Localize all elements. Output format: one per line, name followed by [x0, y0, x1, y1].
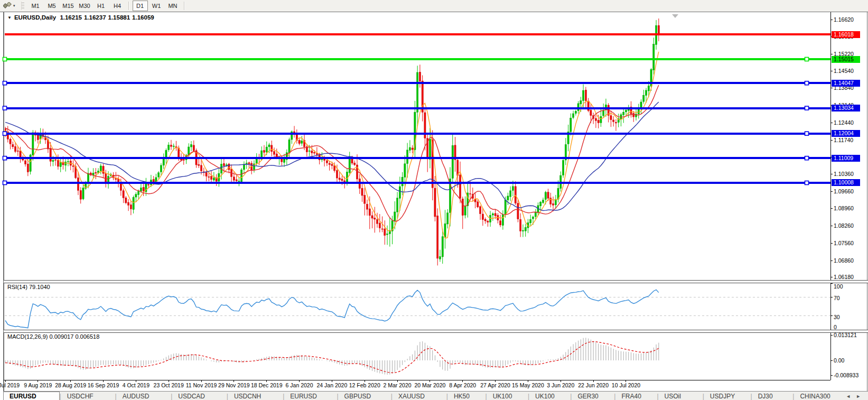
ohlc-high: 1.16237 — [84, 14, 106, 21]
price-level-badge[interactable]: 1.16018 — [832, 31, 860, 38]
date-axis-tick: 11 Nov 2019 — [186, 382, 217, 388]
macd-axis-tick: 0.00 — [834, 357, 844, 364]
ohlc-open: 1.16215 — [60, 14, 82, 21]
chart-tab-eurusd-daily[interactable]: EURUSD Daily — [3, 392, 60, 400]
level-handle[interactable] — [805, 58, 809, 61]
chart-tab-uk100-h1[interactable]: UK100 H1 — [529, 392, 570, 400]
chart-tab-usdcad-daily[interactable]: USDCAD Daily — [172, 392, 227, 400]
date-axis-tick: 24 Jan 2020 — [316, 382, 347, 388]
chart-tab-xauusd-daily[interactable]: XAUUSD Daily — [393, 392, 446, 400]
price-level-badge[interactable]: 1.11009 — [832, 155, 860, 162]
price-level-badge[interactable]: 1.10008 — [832, 179, 860, 186]
date-axis-tick: 3 Jun 2020 — [547, 382, 574, 388]
chart-tab-china300-h4[interactable]: CHINA300 H4 — [794, 392, 846, 400]
chart-tab-hk50-h1[interactable]: HK50 H1 — [448, 392, 486, 400]
date-axis-tick: 16 Sep 2019 — [88, 382, 119, 388]
price-axis-tick: 1.08260 — [834, 222, 854, 229]
date-axis-tick: 27 Apr 2020 — [480, 382, 510, 388]
chart-tab-ger30-h1[interactable]: GER30 H1 — [572, 392, 614, 400]
date-axis-tick: 28 Aug 2019 — [55, 382, 86, 388]
date-axis-tick: 20 Mar 2020 — [414, 382, 445, 388]
price-axis-tick: 1.14540 — [834, 68, 854, 74]
level-handle[interactable] — [805, 81, 809, 85]
date-axis-tick: 6 Jan 2020 — [286, 382, 313, 388]
chart-dropdown-icon[interactable]: ▼ — [7, 15, 12, 20]
price-axis-tick: 1.08960 — [834, 205, 854, 211]
price-level-badge[interactable]: 1.15015 — [832, 56, 860, 63]
level-handle[interactable] — [3, 81, 7, 85]
candles-series — [4, 18, 659, 265]
macd-axis-tick: 0.013121 — [834, 332, 857, 338]
price-axis-tick: 1.12440 — [834, 119, 854, 126]
level-handle[interactable] — [3, 156, 7, 160]
symbol-period-label: EURUSD,Daily — [14, 14, 56, 21]
chart-tab-usoil-daily[interactable]: USOil Daily — [659, 392, 703, 400]
price-axis-tick: 1.06180 — [834, 274, 854, 280]
level-handle[interactable] — [3, 181, 7, 184]
level-handle[interactable] — [805, 106, 809, 110]
date-axis-tick: 12 Feb 2020 — [349, 382, 380, 388]
macd-splitter[interactable] — [4, 330, 868, 333]
date-axis-tick: 22 Jun 2020 — [578, 382, 609, 388]
chart-tab-usdcnh-daily[interactable]: USDCNH Daily — [228, 392, 283, 400]
date-axis-tick: 2 Mar 2020 — [384, 382, 412, 388]
price-axis-tick: 1.16620 — [834, 16, 854, 23]
date-axis-tick: 29 Nov 2019 — [218, 382, 250, 388]
rsi-axis-tick: 100 — [834, 283, 843, 290]
price-level-badge[interactable]: 1.12004 — [832, 130, 860, 137]
chart-tabs-bar: EURUSD Daily|USDCHF Daily|AUDUSD Daily|U… — [3, 391, 868, 400]
level-handle[interactable] — [3, 58, 7, 61]
chart-tab-usdjpy-h1[interactable]: USDJPY H1 — [704, 392, 751, 400]
macd-label: MACD(12,26,9) 0.009017 0.006518 — [7, 333, 99, 340]
chart-canvas[interactable] — [0, 0, 868, 400]
macd-axis-tick: -0.008933 — [834, 372, 858, 378]
date-axis-tick: 22 Jul 2019 — [0, 382, 20, 388]
date-axis-tick: 15 May 2020 — [512, 382, 544, 388]
moving-average-5 — [5, 52, 659, 238]
macd-panel — [5, 338, 659, 375]
main-price-panel — [4, 18, 659, 265]
rsi-line — [5, 290, 659, 328]
level-handle[interactable] — [805, 156, 809, 160]
price-axis-tick: 1.11740 — [834, 137, 853, 143]
rsi-panel — [5, 290, 830, 328]
date-axis-tick: 23 Oct 2019 — [154, 382, 184, 388]
ohlc-low: 1.15881 — [108, 14, 130, 21]
level-handle[interactable] — [3, 106, 7, 110]
date-axis-tick: 10 Jul 2020 — [612, 382, 640, 388]
price-level-badge[interactable]: 1.14047 — [832, 80, 860, 87]
chart-tab-uk100-h1[interactable]: UK100 H1 — [487, 392, 528, 400]
rsi-axis-tick: 0 — [834, 324, 837, 330]
price-axis-tick: 1.10360 — [834, 171, 854, 177]
chart-title: ▼EURUSD,Daily 1.162151.162371.158811.160… — [7, 14, 156, 21]
rsi-splitter[interactable] — [4, 280, 868, 283]
mt4-terminal: ▾ M1M5M15M30H1H4D1W1MN ▼EURUSD,Daily 1.1… — [0, 0, 868, 400]
chart-tab-eurusd-m15[interactable]: EURUSD M15 — [284, 392, 337, 400]
chart-tab-dj30-m15[interactable]: DJ30 M15 — [752, 392, 793, 400]
date-axis-tick: 18 Dec 2019 — [251, 382, 283, 388]
ohlc-close: 1.16059 — [132, 14, 154, 21]
rsi-label: RSI(14) 79.1040 — [7, 284, 50, 290]
date-axis-tick: 8 Apr 2020 — [449, 382, 476, 388]
level-handle[interactable] — [805, 132, 809, 135]
date-axis-tick: 4 Oct 2019 — [123, 382, 150, 388]
tab-scroll-left-icon[interactable]: ◄ — [846, 394, 851, 399]
chart-tab-fra40-h1[interactable]: FRA40 H1 — [615, 392, 657, 400]
rsi-axis-tick: 70 — [834, 295, 840, 301]
scroll-marker-icon — [672, 14, 678, 18]
price-level-badge[interactable]: 1.13034 — [832, 105, 860, 111]
price-axis-tick: 1.07560 — [834, 240, 854, 246]
chart-tab-gbpusd-m30[interactable]: GBPUSD M30 — [339, 392, 391, 400]
price-axis-tick: 1.09660 — [834, 188, 854, 194]
chart-tab-usdchf-daily[interactable]: USDCHF Daily — [61, 392, 115, 400]
level-handle[interactable] — [805, 181, 809, 184]
level-handle[interactable] — [3, 132, 7, 135]
date-axis-tick: 9 Aug 2019 — [24, 382, 52, 388]
rsi-axis-tick: 30 — [834, 314, 840, 320]
chart-tab-audusd-daily[interactable]: AUDUSD Daily — [117, 392, 171, 400]
price-axis-tick: 1.06860 — [834, 257, 854, 264]
tab-scroll-buttons: ◄► — [846, 394, 868, 399]
tab-scroll-right-icon[interactable]: ► — [856, 394, 861, 399]
